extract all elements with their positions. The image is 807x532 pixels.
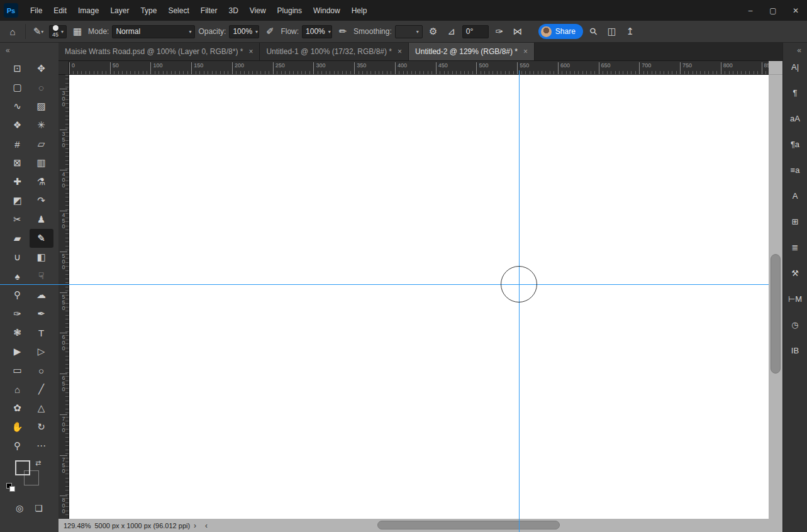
edit-toolbar-button[interactable]: ⋯ [30,436,53,455]
pen-tool[interactable]: ✒ [30,304,53,323]
vertical-scrollbar-thumb[interactable] [771,254,781,374]
brush-size-picker[interactable]: 45 ▾ [49,25,67,38]
dodge-tool[interactable]: ⚲ [6,285,30,304]
status-collapse-arrow[interactable]: ‹ [205,521,208,530]
quick-selection-tool[interactable]: ❖ [6,116,30,135]
airbrush-toggle[interactable]: ✏ [335,24,350,39]
lasso-tool[interactable]: ∿ [6,97,30,116]
brush-tool[interactable]: ✎ [30,229,53,248]
elliptical-marquee-tool[interactable]: ◌ [30,78,53,97]
horizontal-scrollbar-thumb[interactable] [377,521,560,529]
tab-close-icon[interactable]: × [398,47,402,56]
menu-item[interactable]: Help [346,0,373,21]
tool-preset-picker-button[interactable]: ✎ ▾ [31,24,46,39]
gradient-tool[interactable]: ◧ [30,248,53,267]
rectangle-tool[interactable]: ▭ [6,361,30,380]
spot-healing-brush-tool[interactable]: ✚ [6,172,30,191]
sponge-tool[interactable]: ☁ [30,285,53,304]
crop-tool[interactable]: # [6,135,30,153]
minimize-icon[interactable]: – [739,0,762,21]
size-pressure-toggle[interactable]: ✑ [492,24,507,39]
paragraph-panel-button[interactable]: ¶ [786,83,804,102]
polygon-tool[interactable]: ⌂ [6,380,30,399]
move-tool[interactable]: ✥ [30,59,53,78]
brush-angle-field[interactable]: 0° [462,25,489,38]
menu-item[interactable]: Window [308,0,346,21]
brushes-panel-button[interactable]: IB [786,341,804,360]
hand-tool[interactable]: ✋ [6,418,30,436]
eraser-tool[interactable]: ▰ [6,229,30,248]
curvature-pen-tool[interactable]: ✑ [6,304,30,323]
path-selection-tool[interactable]: ▶ [6,342,30,361]
direct-selection-tool[interactable]: ▷ [30,342,53,361]
history-panel-button[interactable]: ◷ [786,315,804,334]
status-menu-arrow[interactable]: › [194,521,196,530]
maximize-icon[interactable]: ▢ [762,0,784,21]
menu-item[interactable]: Image [72,0,104,21]
perspective-crop-tool[interactable]: ▱ [30,135,53,153]
flow-field[interactable]: 100% ▾ [302,25,332,38]
smudge-tool[interactable]: ☟ [30,267,53,285]
ruler-tool[interactable]: ▥ [30,153,53,172]
notes-panel-button[interactable]: ≣ [786,238,804,257]
paragraph-styles-panel-button[interactable]: ¶a [786,135,804,153]
default-colors-icon[interactable] [6,483,16,493]
ellipse-tool[interactable]: ○ [30,361,53,380]
close-icon[interactable]: ✕ [784,0,807,21]
menu-item[interactable]: Select [162,0,194,21]
swap-colors-icon[interactable]: ⇄ [35,459,41,467]
zoom-tool[interactable]: ⚲ [6,436,30,455]
canvas[interactable] [69,75,769,519]
tools-panel-collapse-button[interactable]: « [0,43,58,59]
menu-item[interactable]: Type [135,0,162,21]
panels-collapse-button[interactable]: « [797,43,807,57]
tab-close-icon[interactable]: × [248,47,253,56]
tab-close-icon[interactable]: × [523,47,528,56]
paint-symmetry-button[interactable]: ⋈ [510,24,525,39]
menu-item[interactable]: Edit [48,0,72,21]
screen-mode-button[interactable]: ❏ [35,503,43,513]
clone-stamp-tool[interactable]: ♟ [30,210,53,229]
artboard-tool[interactable]: ⊡ [6,59,30,78]
line-tool[interactable]: ╱ [30,380,53,399]
content-aware-move-tool[interactable]: ↷ [30,191,53,210]
object-selection-tool[interactable]: ▨ [30,97,53,116]
slice-tool[interactable]: ⊠ [6,153,30,172]
export-button[interactable]: ↥ [623,24,638,39]
scissors-tool[interactable]: ✂ [6,210,30,229]
glyphs-panel-button[interactable]: aA [786,109,804,128]
search-button[interactable]: ⚲ [586,24,601,39]
patch-tool[interactable]: ◩ [6,191,30,210]
type-tool[interactable]: T [30,323,53,342]
vertical-ruler[interactable]: 300350400450500550600650700750800 [58,75,69,519]
menu-item[interactable]: File [25,0,48,21]
home-button[interactable]: ⌂ [5,24,20,39]
menu-item[interactable]: View [244,0,272,21]
brush-settings-panel-toggle[interactable]: ▦ [70,24,85,39]
swatches-panel-button[interactable]: ⊞ [786,212,804,231]
smoothing-field[interactable]: ▾ [395,25,423,38]
foreground-color-swatch[interactable] [15,460,30,475]
share-button[interactable]: Share [538,24,583,39]
triangle-tool[interactable]: △ [30,399,53,418]
character-panel-button[interactable]: A| [786,57,804,76]
vertical-scrollbar[interactable] [769,75,782,519]
quick-mask-button[interactable]: ◎ [16,503,23,513]
opacity-field[interactable]: 100% ▾ [229,25,259,38]
document-tab[interactable]: Untitled-1 @ 100% (17/32, RGB/8#) * × [260,43,409,60]
character-styles-panel-button[interactable]: ≡a [786,160,804,179]
eyedropper-tool[interactable]: ⚗ [30,172,53,191]
rotate-view-tool[interactable]: ↻ [30,418,53,436]
styles-panel-button[interactable]: A [786,186,804,205]
document-tab[interactable]: Untitled-2 @ 129% (RGB/8#) * × [409,43,535,60]
zoom-level-field[interactable]: 129.48% [64,522,91,529]
paint-bucket-tool[interactable]: ∪ [6,248,30,267]
rectangular-marquee-tool[interactable]: ▢ [6,78,30,97]
ruler-corner[interactable] [58,61,69,75]
blur-tool[interactable]: ♠ [6,267,30,285]
menu-item[interactable]: Layer [104,0,135,21]
mixer-brush-tool[interactable]: ❃ [6,323,30,342]
menu-item[interactable]: 3D [223,0,243,21]
menu-item[interactable]: Plugins [272,0,308,21]
blend-mode-select[interactable]: Normal ▾ [112,25,195,38]
